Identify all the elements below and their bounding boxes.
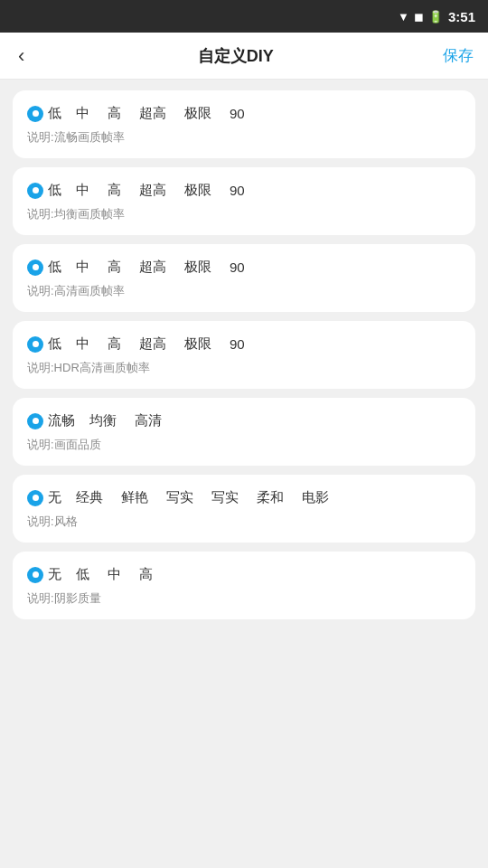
card-fps-balance-label-5[interactable]: 90 <box>221 183 254 198</box>
card-style-options-row: 无经典鲜艳写实写实柔和电影 <box>27 489 461 506</box>
status-bar: ▼ ◼ 🔋 3:51 <box>0 0 488 33</box>
page-title: 自定义DIY <box>198 45 274 67</box>
card-fps-hdr-label-4[interactable]: 极限 <box>175 335 221 353</box>
card-fps-hdr-label-3[interactable]: 超高 <box>130 335 175 353</box>
card-quality-options-row: 流畅均衡高清 <box>27 412 461 429</box>
card-fps-balance-label-2[interactable]: 高 <box>99 182 130 199</box>
card-fps-hdr-radio-0 <box>27 336 43 353</box>
card-fps-balance-label-3[interactable]: 超高 <box>130 182 175 199</box>
card-quality-description: 说明:画面品质 <box>27 437 461 453</box>
card-style-label-6[interactable]: 电影 <box>293 489 338 506</box>
card-style: 无经典鲜艳写实写实柔和电影说明:风格 <box>13 475 475 542</box>
card-fps-hdr-description: 说明:HDR高清画质帧率 <box>27 360 461 376</box>
card-style-label-3[interactable]: 写实 <box>157 489 202 506</box>
card-fps-smooth-description: 说明:流畅画质帧率 <box>27 129 461 146</box>
card-fps-smooth-options-row: 低中高超高极限90 <box>27 105 461 122</box>
card-fps-hdr-label-5[interactable]: 90 <box>221 336 254 352</box>
card-fps-balance-description: 说明:均衡画质帧率 <box>27 206 461 222</box>
card-quality: 流畅均衡高清说明:画面品质 <box>13 398 475 466</box>
card-fps-hdr: 低中高超高极限90说明:HDR高清画质帧率 <box>13 321 475 389</box>
card-fps-balance-label-0: 低 <box>45 182 67 199</box>
card-style-label-2[interactable]: 鲜艳 <box>112 489 157 506</box>
card-fps-smooth-label-3[interactable]: 超高 <box>130 105 175 122</box>
card-fps-balance: 低中高超高极限90说明:均衡画质帧率 <box>13 167 475 235</box>
card-fps-hd-label-3[interactable]: 超高 <box>130 259 175 276</box>
back-button[interactable]: ‹ <box>14 41 28 71</box>
signal-icon: ◼ <box>414 10 424 24</box>
card-fps-smooth: 低中高超高极限90说明:流畅画质帧率 <box>13 90 475 158</box>
wifi-icon: ▼ <box>398 10 409 24</box>
card-fps-smooth-option-0[interactable]: 低 <box>27 105 67 122</box>
card-fps-balance-radio-0 <box>27 183 43 199</box>
save-button[interactable]: 保存 <box>443 45 474 66</box>
card-fps-hd-description: 说明:高清画质帧率 <box>27 283 461 299</box>
card-style-label-4[interactable]: 写实 <box>202 489 248 506</box>
card-shadow-label-1[interactable]: 低 <box>67 566 99 583</box>
card-shadow-label-3[interactable]: 高 <box>130 566 162 583</box>
card-quality-label-0: 流畅 <box>45 412 80 429</box>
card-fps-hdr-option-0[interactable]: 低 <box>27 335 67 353</box>
card-fps-hd-radio-0 <box>27 259 43 276</box>
card-style-radio-0 <box>27 490 43 506</box>
card-fps-hdr-options-row: 低中高超高极限90 <box>27 335 461 353</box>
card-fps-hd-label-2[interactable]: 高 <box>99 259 130 276</box>
card-fps-smooth-radio-0 <box>27 106 43 122</box>
content-area: 低中高超高极限90说明:流畅画质帧率低中高超高极限90说明:均衡画质帧率低中高超… <box>0 80 488 630</box>
card-fps-smooth-label-2[interactable]: 高 <box>99 105 130 122</box>
card-shadow-label-2[interactable]: 中 <box>99 566 130 583</box>
card-fps-smooth-label-5[interactable]: 90 <box>221 106 254 121</box>
card-fps-hd: 低中高超高极限90说明:高清画质帧率 <box>13 244 475 312</box>
status-time: 3:51 <box>448 9 475 24</box>
card-fps-smooth-label-0: 低 <box>45 105 67 122</box>
card-shadow-label-0: 无 <box>45 566 67 583</box>
card-fps-hd-label-1[interactable]: 中 <box>67 259 99 276</box>
card-fps-smooth-label-1[interactable]: 中 <box>67 105 99 122</box>
card-style-label-1[interactable]: 经典 <box>67 489 112 506</box>
card-style-description: 说明:风格 <box>27 514 461 530</box>
card-quality-label-1[interactable]: 均衡 <box>80 412 126 429</box>
card-fps-hd-label-5[interactable]: 90 <box>221 259 254 275</box>
header: ‹ 自定义DIY 保存 <box>0 33 488 80</box>
card-fps-hd-label-4[interactable]: 极限 <box>175 259 221 276</box>
card-fps-hdr-label-0: 低 <box>45 335 67 353</box>
battery-icon: 🔋 <box>428 10 443 24</box>
card-fps-balance-option-0[interactable]: 低 <box>27 182 67 199</box>
card-shadow: 无低中高说明:阴影质量 <box>13 552 475 619</box>
card-style-label-0: 无 <box>45 489 67 506</box>
card-shadow-options-row: 无低中高 <box>27 566 461 583</box>
card-shadow-description: 说明:阴影质量 <box>27 590 461 607</box>
status-icons: ▼ ◼ 🔋 <box>398 10 443 24</box>
card-fps-smooth-label-4[interactable]: 极限 <box>175 105 221 122</box>
card-style-label-5[interactable]: 柔和 <box>248 489 293 506</box>
card-fps-hd-label-0: 低 <box>45 259 67 276</box>
card-fps-hdr-label-1[interactable]: 中 <box>67 335 99 353</box>
card-fps-hd-option-0[interactable]: 低 <box>27 259 67 276</box>
card-shadow-radio-0 <box>27 567 43 583</box>
card-fps-balance-label-4[interactable]: 极限 <box>175 182 221 199</box>
card-quality-option-0[interactable]: 流畅 <box>27 412 80 429</box>
card-shadow-option-0[interactable]: 无 <box>27 566 67 583</box>
card-fps-balance-options-row: 低中高超高极限90 <box>27 182 461 199</box>
card-fps-hdr-label-2[interactable]: 高 <box>99 335 130 353</box>
card-fps-hd-options-row: 低中高超高极限90 <box>27 259 461 276</box>
card-quality-radio-0 <box>27 413 43 429</box>
card-quality-label-2[interactable]: 高清 <box>126 412 171 429</box>
card-fps-balance-label-1[interactable]: 中 <box>67 182 99 199</box>
card-style-option-0[interactable]: 无 <box>27 489 67 506</box>
